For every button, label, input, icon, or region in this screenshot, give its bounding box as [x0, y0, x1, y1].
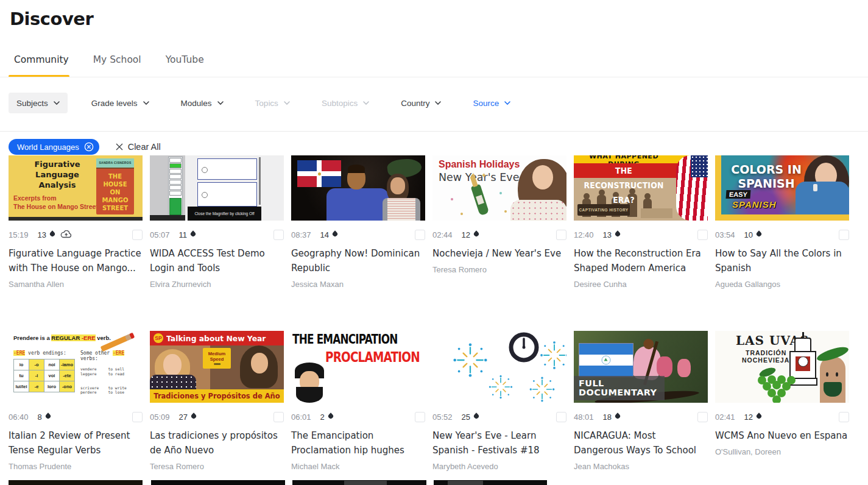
video-title[interactable]: New Year's Eve - Learn Spanish - Festiva… — [432, 428, 566, 458]
drop-icon — [614, 412, 621, 419]
video-count: 8 — [38, 412, 42, 422]
video-card: Prendere is a REGULAR -ERE verb. -ERE ve… — [9, 331, 143, 471]
select-checkbox[interactable] — [273, 412, 284, 422]
video-author[interactable]: Jessica Maxan — [291, 280, 425, 289]
fireworks-clock-graphic — [432, 331, 566, 403]
video-card: SP Talking about New Year MediumSpeed»»»… — [150, 331, 284, 471]
video-title[interactable]: WCMS Ano Nuevo en Espana — [715, 428, 849, 443]
video-author[interactable]: Marybeth Acevedo — [432, 462, 566, 471]
video-author[interactable]: Michael Mack — [291, 462, 425, 471]
filter-subtopics: Subtopics — [314, 93, 377, 113]
select-checkbox[interactable] — [839, 230, 849, 240]
video-thumbnail[interactable]: Figurative LanguageAnalysis Excerpts fro… — [9, 155, 143, 221]
video-duration: 05:07 — [150, 230, 170, 239]
video-count: 14 — [320, 230, 329, 239]
video-thumbnail[interactable]: SP Talking about New Year MediumSpeed»»»… — [150, 331, 284, 403]
video-card: 05:52 25 New Year's Eve - Learn Spanish … — [432, 331, 566, 471]
dominican-republic-flag — [297, 160, 341, 187]
video-author[interactable]: Samantha Allen — [9, 280, 143, 289]
drop-icon — [473, 412, 479, 419]
filter-chip-world-languages[interactable]: World Languages — [9, 139, 99, 155]
video-title[interactable]: Figurative Language Practice with The Ho… — [9, 246, 143, 275]
filter-country[interactable]: Country — [393, 93, 449, 113]
video-title[interactable]: Nochevieja / New Year's Eve — [432, 246, 566, 261]
video-title[interactable]: Italian 2 Review of Present Tense Regula… — [9, 428, 143, 458]
book-cover: SANDRA CISNEROS THE HOUSEON MANGOSTREET — [96, 158, 134, 214]
clear-all-button[interactable]: Clear All — [116, 142, 161, 152]
video-title[interactable]: Las tradiciones y propósitos de Año Nuev… — [150, 428, 284, 458]
video-author[interactable]: Desiree Cunha — [574, 280, 708, 289]
video-count: 25 — [462, 412, 470, 422]
tab-community[interactable]: Community — [14, 54, 69, 65]
select-checkbox[interactable] — [697, 412, 708, 422]
video-meta: 02:44 12 — [432, 230, 566, 239]
chevron-down-icon — [284, 101, 290, 105]
video-count: 13 — [603, 230, 612, 239]
select-checkbox[interactable] — [556, 412, 566, 422]
video-author[interactable]: O'Sullivan, Doreen — [715, 447, 849, 456]
video-thumbnail[interactable]: Prendere is a REGULAR -ERE verb. -ERE ve… — [9, 331, 143, 403]
video-duration: 15:19 — [9, 230, 29, 239]
video-card: Close the Magnifier by clicking Off 05:0… — [150, 155, 284, 289]
video-thumbnail[interactable]: COLORS INSPANISH EASY SPANISH — [715, 155, 849, 221]
video-thumbnail[interactable]: LAS UVAS TRADICIÓN NOCHEVIEJA — [715, 331, 849, 403]
champagne-bottle — [471, 184, 490, 216]
video-count: 27 — [179, 412, 188, 422]
video-grid-row-1: Figurative LanguageAnalysis Excerpts fro… — [9, 155, 849, 289]
video-author[interactable]: Jean Machokas — [574, 462, 708, 471]
video-thumbnail[interactable]: WHAT HAPPENED DURING THE RECONSTRUCTION … — [574, 155, 708, 221]
video-author[interactable]: Teresa Romero — [150, 462, 284, 471]
filter-modules[interactable]: Modules — [173, 93, 231, 113]
video-title[interactable]: The Emancipation Proclamation hip hughes — [291, 428, 425, 458]
grapes-drawing — [755, 371, 799, 399]
select-checkbox[interactable] — [415, 412, 425, 422]
video-duration: 05:52 — [432, 412, 453, 422]
drop-icon — [755, 412, 762, 419]
cloud-upload-icon — [60, 230, 72, 238]
tab-youtube[interactable]: YouTube — [166, 54, 204, 65]
tab-my-school[interactable]: My School — [93, 54, 141, 65]
video-thumbnail[interactable]: FULLDOCUMENTARY — [574, 331, 708, 403]
video-title[interactable]: WIDA ACCESS Test Demo Login and Tools — [150, 246, 284, 275]
select-checkbox[interactable] — [556, 230, 566, 240]
drop-icon — [49, 230, 55, 237]
filter-source[interactable]: Source — [465, 93, 518, 113]
video-title[interactable]: NICARAGUA: Most Dangerous Ways To School — [574, 428, 708, 458]
video-meta: 03:54 10 — [715, 230, 849, 239]
filter-subjects[interactable]: Subjects — [9, 93, 68, 113]
video-thumbnail[interactable]: THE EMANCIPATION PROCLAMATION — [291, 331, 425, 403]
video-author[interactable]: Teresa Romero — [432, 265, 566, 274]
select-checkbox[interactable] — [132, 412, 143, 422]
select-checkbox[interactable] — [273, 230, 284, 240]
video-thumbnail[interactable]: Spanish Holidays New Year's Eve ✦ ✦ — [432, 155, 566, 221]
video-title[interactable]: Geography Now! Dominican Republic — [291, 246, 425, 275]
video-meta: 06:40 8 — [9, 412, 143, 422]
video-author[interactable]: Agueda Gallangos — [715, 280, 849, 289]
video-count: 12 — [462, 230, 470, 239]
video-title[interactable]: How the Reconstruction Era Shaped Modern… — [574, 246, 708, 275]
video-title[interactable]: How to Say All the Colors in Spanish — [715, 246, 849, 275]
remove-chip-icon[interactable] — [84, 142, 94, 152]
video-author[interactable]: Elvira Zhurnevich — [150, 280, 284, 289]
select-checkbox[interactable] — [697, 230, 708, 240]
video-thumbnail[interactable] — [291, 155, 425, 221]
select-checkbox[interactable] — [132, 230, 143, 240]
video-thumbnail[interactable] — [432, 331, 566, 403]
drop-icon — [189, 230, 196, 237]
select-checkbox[interactable] — [415, 230, 425, 240]
video-card: Spanish Holidays New Year's Eve ✦ ✦ 02:4… — [432, 155, 566, 289]
video-meta: 06:01 2 — [291, 412, 425, 422]
drop-icon — [331, 230, 338, 237]
filter-grade-levels[interactable]: Grade levels — [83, 93, 157, 113]
video-author[interactable]: Thomas Prudente — [9, 462, 143, 471]
page-title: Discover — [10, 9, 93, 29]
video-meta: 02:41 12 — [715, 412, 849, 422]
video-meta: 12:40 13 — [574, 230, 708, 239]
partial-thumbnail-row — [0, 480, 868, 485]
video-duration: 48:01 — [574, 412, 594, 422]
us-flag — [676, 155, 708, 221]
video-thumbnail[interactable]: Close the Magnifier by clicking Off — [150, 155, 284, 221]
select-checkbox[interactable] — [839, 412, 849, 422]
close-icon — [116, 143, 123, 150]
video-card: WHAT HAPPENED DURING THE RECONSTRUCTION … — [574, 155, 708, 289]
